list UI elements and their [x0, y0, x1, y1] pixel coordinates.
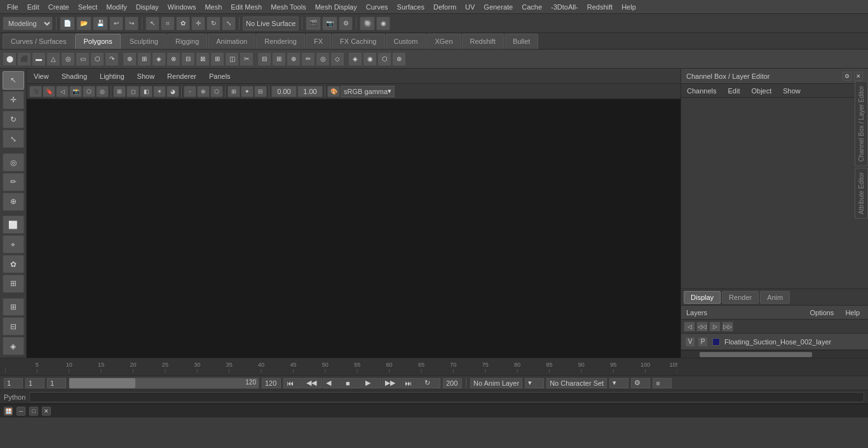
menu-display[interactable]: Display	[132, 2, 163, 12]
menu-3dtall[interactable]: -3DtoAll-	[546, 2, 583, 12]
menu-mesh-tools[interactable]: Mesh Tools	[266, 2, 310, 12]
subframe-field[interactable]: 1	[25, 378, 44, 388]
layer-visibility-btn[interactable]: V	[685, 337, 695, 347]
menu-surfaces[interactable]: Surfaces	[393, 2, 429, 12]
menu-select[interactable]: Select	[74, 2, 102, 12]
uncrease-btn[interactable]: ◉	[363, 52, 377, 66]
object-menu[interactable]: Object	[748, 86, 775, 96]
append-btn[interactable]: ◫	[225, 52, 239, 66]
transform-btn[interactable]: ⬡	[377, 52, 391, 66]
playback-end-field[interactable]: 120	[262, 378, 281, 388]
menu-uv[interactable]: UV	[461, 2, 479, 12]
layers-next2-btn[interactable]: ▷▷	[722, 322, 733, 332]
last-frame-btn[interactable]: ⏭	[402, 378, 421, 388]
offset-loop-btn[interactable]: ⊞	[272, 52, 286, 66]
wireframe-icon[interactable]: ◻	[126, 86, 139, 97]
cube-btn[interactable]: ⬛	[17, 52, 31, 66]
lasso-select-btn[interactable]: ⌗	[161, 17, 175, 31]
playback-end2-field[interactable]: 200	[443, 378, 462, 388]
helix-btn[interactable]: ↷	[105, 52, 119, 66]
new-scene-btn[interactable]: 📄	[60, 17, 75, 31]
undo-btn[interactable]: ↩	[109, 17, 123, 31]
layers-help-menu[interactable]: Help	[842, 308, 863, 318]
snap-tools[interactable]: ⊞	[3, 275, 24, 293]
play-back-btn[interactable]: ◀	[323, 378, 342, 388]
menu-help[interactable]: Help	[617, 2, 641, 12]
char-set-btn1[interactable]: ⚙	[631, 378, 650, 388]
sphere-btn[interactable]: ⬤	[3, 52, 17, 66]
camera-near-input[interactable]	[271, 86, 297, 97]
snap-grid[interactable]: ⊞	[3, 298, 24, 316]
char-set-select-arrow[interactable]: ▾	[609, 378, 628, 388]
menu-curves[interactable]: Curves	[362, 2, 393, 12]
bevel-btn[interactable]: ◈	[152, 52, 166, 66]
rp-tab-display[interactable]: Display	[684, 291, 721, 304]
insert-loop-btn[interactable]: ⊟	[257, 52, 271, 66]
mode-select[interactable]: Modeling Rigging Animation	[3, 17, 53, 31]
layers-scrollbar[interactable]	[681, 350, 868, 358]
tab-polygons[interactable]: Polygons	[75, 34, 120, 49]
step-back-btn[interactable]: ◀◀	[303, 378, 322, 388]
paint-select-tool[interactable]: ✏	[3, 173, 24, 191]
menu-redshift[interactable]: Redshift	[583, 2, 617, 12]
vp-view-menu[interactable]: View	[31, 71, 52, 81]
grid-toggle-icon[interactable]: ⊞	[113, 86, 126, 97]
tab-custom[interactable]: Custom	[386, 34, 426, 49]
torus-btn[interactable]: ◎	[61, 52, 75, 66]
rp-tab-anim[interactable]: Anim	[760, 291, 790, 304]
wrap-btn[interactable]: ⊛	[392, 52, 406, 66]
ipr-btn[interactable]: 📷	[322, 17, 337, 31]
menu-create[interactable]: Create	[44, 2, 74, 12]
python-input[interactable]	[29, 392, 864, 402]
tab-rendering[interactable]: Rendering	[256, 34, 305, 49]
isolate-icon[interactable]: ◎	[96, 86, 109, 97]
lasso-select[interactable]: ⌖	[3, 235, 24, 254]
channel-box-vtab[interactable]: Channel Box / Layer Editor	[855, 81, 868, 166]
move-tool[interactable]: ✛	[3, 91, 24, 109]
colorspace-label[interactable]: sRGB gamma▾	[341, 86, 395, 97]
menu-file[interactable]: File	[3, 2, 23, 12]
win-icon-btn[interactable]: 🪟	[4, 407, 13, 416]
move-tool-btn[interactable]: ✛	[191, 17, 205, 31]
mirror-btn[interactable]: ⊟	[181, 52, 195, 66]
shadow-icon[interactable]: ◕	[166, 86, 179, 97]
tab-fx-caching[interactable]: FX Caching	[332, 34, 384, 49]
camera-icon[interactable]: 📸	[69, 86, 82, 97]
scale-tool[interactable]: ⤡	[3, 130, 24, 148]
vp-panels-menu[interactable]: Panels	[206, 71, 234, 81]
xform-btn2[interactable]: ◉	[376, 17, 390, 31]
soft-select-tool[interactable]: ◎	[3, 153, 24, 172]
tick-field[interactable]: 1	[47, 378, 66, 388]
rotate-tool-btn[interactable]: ↻	[207, 17, 220, 31]
cylinder-btn[interactable]: ▬	[32, 52, 46, 66]
menu-windows[interactable]: Windows	[163, 2, 201, 12]
combine-btn[interactable]: ⊗	[166, 52, 180, 66]
frame-field[interactable]: 1	[4, 378, 23, 388]
show-menu[interactable]: Show	[780, 86, 804, 96]
char-set-btn2[interactable]: ≡	[653, 378, 672, 388]
vp-renderer-menu[interactable]: Renderer	[164, 71, 200, 81]
sculpt-btn[interactable]: ✏	[301, 52, 315, 66]
cut-btn[interactable]: ✂	[240, 52, 254, 66]
char-set-field[interactable]: No Character Set	[546, 378, 607, 388]
resolution-icon[interactable]: ⬡	[210, 86, 223, 97]
shading-icon[interactable]: ◧	[140, 86, 153, 97]
menu-generate[interactable]: Generate	[479, 2, 517, 12]
open-scene-btn[interactable]: 📂	[76, 17, 92, 31]
menu-mesh[interactable]: Mesh	[200, 2, 226, 12]
show-manip-tool[interactable]: ⊕	[3, 193, 24, 211]
bridge-btn[interactable]: ⊞	[137, 52, 151, 66]
select-mode-icon[interactable]: ◦	[184, 86, 196, 97]
stop-btn[interactable]: ■	[342, 378, 362, 388]
snap-point[interactable]: ◈	[3, 337, 24, 355]
camera-far-input[interactable]	[297, 86, 323, 97]
attribute-editor-vtab[interactable]: Attribute Editor	[855, 168, 868, 219]
render-btn[interactable]: 🎬	[306, 17, 321, 31]
render-settings-btn[interactable]: ⚙	[339, 17, 353, 31]
redo-btn[interactable]: ↪	[125, 17, 139, 31]
first-frame-btn[interactable]: ⏮	[283, 378, 302, 388]
fill-hole-btn[interactable]: ⊞	[210, 52, 224, 66]
win-maximize-btn[interactable]: □	[29, 407, 38, 416]
win-close-btn[interactable]: ✕	[42, 407, 51, 416]
tab-fx[interactable]: FX	[306, 34, 331, 49]
